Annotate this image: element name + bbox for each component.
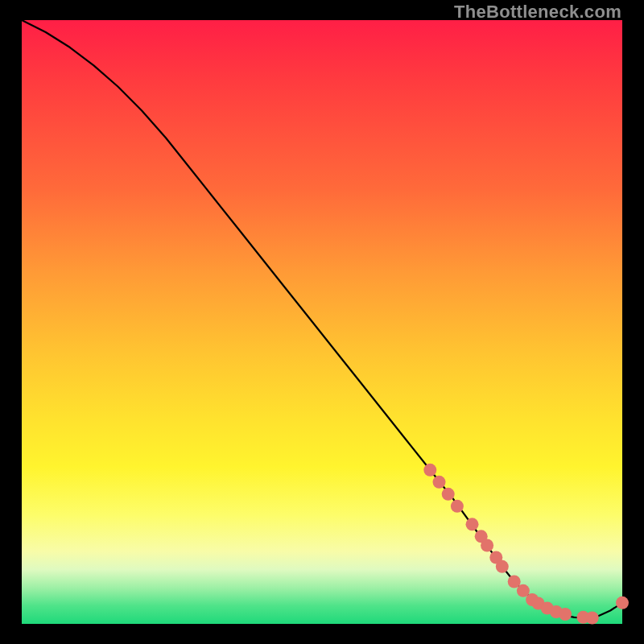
bottleneck-curve bbox=[22, 20, 622, 618]
curve-marker bbox=[442, 488, 455, 501]
curve-marker bbox=[496, 560, 509, 573]
chart-frame: TheBottleneck.com bbox=[0, 0, 644, 644]
chart-overlay bbox=[22, 20, 622, 624]
curve-marker bbox=[481, 539, 493, 552]
curve-marker bbox=[423, 464, 436, 477]
curve-markers bbox=[423, 464, 629, 625]
curve-marker bbox=[466, 518, 479, 530]
curve-marker bbox=[616, 597, 629, 609]
curve-marker bbox=[586, 612, 599, 625]
curve-marker bbox=[451, 500, 464, 513]
curve-marker bbox=[433, 476, 446, 489]
curve-marker bbox=[559, 608, 572, 621]
